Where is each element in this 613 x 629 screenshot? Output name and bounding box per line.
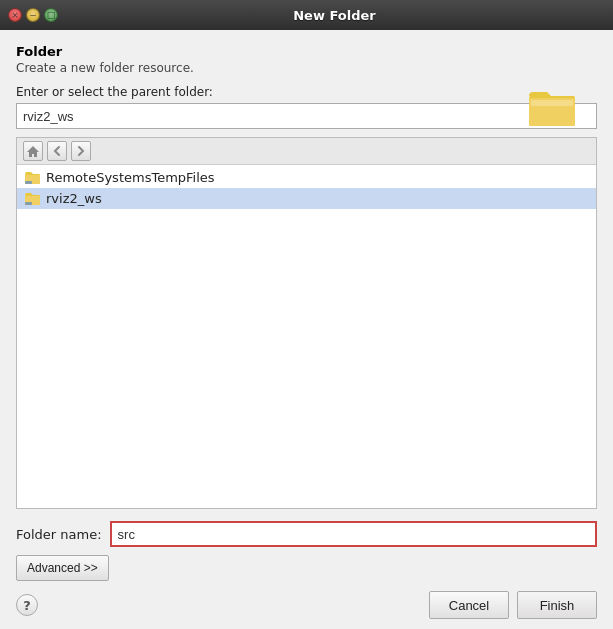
tree-item-rviz2ws-label: rviz2_ws: [46, 191, 102, 206]
folder-name-row: Folder name:: [16, 521, 597, 547]
svg-rect-2: [531, 100, 573, 106]
window-title: New Folder: [64, 8, 605, 23]
bottom-section: Folder name: Advanced >>: [16, 521, 597, 581]
home-button[interactable]: [23, 141, 43, 161]
parent-folder-label: Enter or select the parent folder:: [16, 85, 597, 99]
svg-rect-5: [25, 181, 32, 184]
folder-name-input[interactable]: [110, 521, 597, 547]
svg-rect-8: [25, 202, 32, 205]
advanced-button[interactable]: Advanced >>: [16, 555, 109, 581]
tree-content: RemoteSystemsTempFiles rviz2_ws: [17, 165, 596, 508]
forward-button[interactable]: [71, 141, 91, 161]
footer-right: Cancel Finish: [429, 591, 597, 619]
minimize-button[interactable]: −: [26, 8, 40, 22]
tree-item-remote[interactable]: RemoteSystemsTempFiles: [17, 167, 596, 188]
cancel-button[interactable]: Cancel: [429, 591, 509, 619]
maximize-button[interactable]: □: [44, 8, 58, 22]
parent-folder-input[interactable]: [16, 103, 597, 129]
section-title: Folder: [16, 44, 597, 59]
folder-icon: [529, 88, 577, 128]
section-desc: Create a new folder resource.: [16, 61, 597, 75]
help-button[interactable]: ?: [16, 594, 38, 616]
window-controls: × − □: [8, 8, 58, 22]
tree-toolbar: [17, 138, 596, 165]
finish-button[interactable]: Finish: [517, 591, 597, 619]
footer-left: ?: [16, 594, 38, 616]
dialog-body: Folder Create a new folder resource. Ent…: [0, 30, 613, 629]
folder-tree-container: RemoteSystemsTempFiles rviz2_ws: [16, 137, 597, 509]
close-button[interactable]: ×: [8, 8, 22, 22]
dialog-footer: ? Cancel Finish: [16, 581, 597, 619]
back-button[interactable]: [47, 141, 67, 161]
tree-item-remote-label: RemoteSystemsTempFiles: [46, 170, 215, 185]
tree-item-rviz2ws[interactable]: rviz2_ws: [17, 188, 596, 209]
titlebar: × − □ New Folder: [0, 0, 613, 30]
folder-name-label: Folder name:: [16, 527, 102, 542]
dialog-header: Folder Create a new folder resource.: [16, 44, 597, 85]
